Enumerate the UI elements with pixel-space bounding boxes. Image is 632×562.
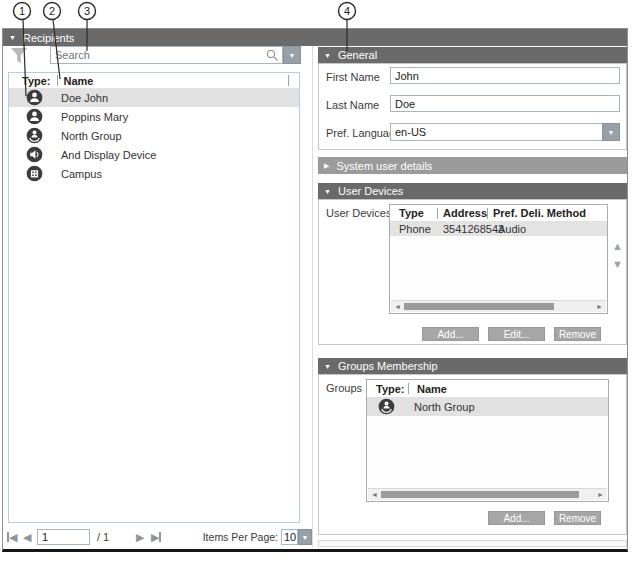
groups-label: Groups bbox=[326, 382, 362, 394]
page-number-input[interactable] bbox=[37, 529, 90, 545]
pref-language-select[interactable]: en-US bbox=[390, 123, 603, 141]
user-devices-section-title: User Devices bbox=[338, 185, 403, 197]
chevron-down-icon: ▼ bbox=[608, 129, 615, 136]
groups-table: Type: Name North Group ◄ ► bbox=[366, 379, 609, 502]
window-title: Recipients bbox=[23, 32, 74, 44]
list-item-poppins-mary[interactable]: Poppins Mary bbox=[9, 107, 299, 126]
remove-device-button[interactable]: Remove bbox=[554, 327, 601, 341]
filter-icon[interactable] bbox=[9, 46, 29, 66]
user-devices-label: User Devices bbox=[326, 207, 391, 219]
column-header-name[interactable]: Name bbox=[64, 75, 94, 87]
first-page-icon: ◀ bbox=[9, 531, 17, 543]
speaker-icon bbox=[26, 146, 43, 163]
device-address: 3541268543 bbox=[443, 223, 492, 235]
scroll-right-icon[interactable]: ► bbox=[596, 302, 603, 311]
system-user-details-header[interactable]: ▶ System user details bbox=[318, 157, 627, 174]
horizontal-scrollbar[interactable]: ◄ ► bbox=[368, 488, 607, 500]
previous-page-button[interactable]: ◀ bbox=[23, 531, 31, 543]
items-per-page-label: Items Per Page: bbox=[190, 531, 278, 543]
scroll-left-icon[interactable]: ◄ bbox=[394, 302, 401, 311]
items-per-page-dropdown-button[interactable]: ▼ bbox=[298, 529, 312, 545]
column-divider[interactable] bbox=[57, 75, 58, 86]
column-header-type[interactable]: Type bbox=[399, 207, 437, 219]
callout-number: 3 bbox=[84, 5, 90, 17]
collapse-icon: ▼ bbox=[324, 363, 331, 370]
list-item-label: And Display Device bbox=[61, 149, 156, 161]
group-icon bbox=[378, 398, 395, 415]
user-devices-section-header[interactable]: ▼ User Devices bbox=[318, 183, 627, 199]
search-input[interactable] bbox=[50, 46, 283, 64]
column-header-name[interactable]: Name bbox=[417, 383, 447, 395]
column-header-address[interactable]: Address bbox=[443, 207, 487, 219]
groups-membership-section-header[interactable]: ▼ Groups Membership bbox=[318, 358, 627, 374]
callout-circle-3 bbox=[79, 3, 96, 20]
horizontal-scrollbar[interactable]: ◄ ► bbox=[391, 300, 606, 312]
add-device-button[interactable]: Add... bbox=[422, 327, 479, 341]
move-up-button[interactable]: ▲ bbox=[612, 241, 623, 252]
next-page-button[interactable]: ▶ bbox=[136, 531, 144, 543]
groups-membership-section-title: Groups Membership bbox=[338, 360, 438, 372]
last-name-field[interactable] bbox=[390, 95, 620, 112]
previous-page-icon: ◀ bbox=[23, 531, 31, 543]
search-options-dropdown-button[interactable]: ▼ bbox=[283, 46, 301, 64]
callout-circle-4 bbox=[339, 3, 356, 20]
last-page-icon: ▶ bbox=[151, 531, 159, 543]
column-header-type[interactable]: Type: bbox=[376, 383, 408, 395]
collapse-icon: ▼ bbox=[324, 52, 331, 59]
scrollbar-thumb[interactable] bbox=[404, 303, 554, 310]
user-devices-table: Type Address Pref. Deli. Method Phone 35… bbox=[389, 204, 608, 314]
device-type: Phone bbox=[399, 223, 443, 235]
collapse-icon: ▼ bbox=[9, 34, 16, 41]
column-header-type[interactable]: Type: bbox=[22, 75, 51, 87]
collapsed-panel-strip bbox=[318, 540, 627, 547]
expand-icon: ▶ bbox=[324, 162, 329, 169]
add-group-button[interactable]: Add... bbox=[488, 511, 545, 525]
page-count-label: / 1 bbox=[97, 531, 109, 543]
group-name: North Group bbox=[414, 401, 475, 413]
last-name-label: Last Name bbox=[326, 99, 379, 111]
next-page-icon: ▶ bbox=[136, 531, 144, 543]
down-arrow-icon: ▼ bbox=[612, 258, 623, 270]
building-icon bbox=[26, 165, 43, 182]
scroll-left-icon[interactable]: ◄ bbox=[371, 490, 378, 499]
callout-number: 2 bbox=[49, 5, 55, 17]
list-item-campus[interactable]: Campus bbox=[9, 164, 299, 183]
list-item-label: North Group bbox=[61, 130, 122, 142]
callout-number: 1 bbox=[19, 5, 25, 17]
chevron-down-icon: ▼ bbox=[302, 534, 309, 541]
pref-language-dropdown-button[interactable]: ▼ bbox=[602, 123, 620, 141]
group-row-north-group[interactable]: North Group bbox=[367, 397, 608, 416]
collapse-icon: ▼ bbox=[324, 188, 331, 195]
first-name-label: First Name bbox=[326, 71, 380, 83]
user-icon bbox=[26, 108, 43, 125]
recipients-list-header: Type: Name bbox=[9, 73, 299, 88]
list-item-label: Doe John bbox=[61, 92, 108, 104]
edit-device-button[interactable]: Edit... bbox=[488, 327, 545, 341]
system-user-details-title: System user details bbox=[336, 160, 432, 172]
callout-circle-2 bbox=[44, 3, 61, 20]
list-item-and-display-device[interactable]: And Display Device bbox=[9, 145, 299, 164]
recipients-screen: 1 2 3 4 ▼ Recipients ▼ Type: Name Doe Jo… bbox=[0, 0, 632, 562]
device-method: Audio bbox=[498, 223, 526, 235]
up-arrow-icon: ▲ bbox=[612, 240, 623, 252]
last-page-button[interactable]: ▶ bbox=[151, 531, 161, 543]
column-divider[interactable] bbox=[288, 75, 289, 86]
user-icon bbox=[26, 89, 43, 106]
scroll-right-icon[interactable]: ► bbox=[597, 490, 604, 499]
scrollbar-thumb[interactable] bbox=[381, 491, 579, 498]
general-section-title: General bbox=[338, 49, 377, 61]
remove-group-button[interactable]: Remove bbox=[554, 511, 601, 525]
search-icon bbox=[266, 49, 279, 62]
chevron-down-icon: ▼ bbox=[289, 52, 296, 59]
move-down-button[interactable]: ▼ bbox=[612, 259, 623, 270]
panel-splitter bbox=[312, 46, 313, 547]
list-item-doe-john[interactable]: Doe John bbox=[9, 88, 299, 107]
list-item-north-group[interactable]: North Group bbox=[9, 126, 299, 145]
column-header-method[interactable]: Pref. Deli. Method bbox=[493, 207, 586, 219]
general-section-header[interactable]: ▼ General bbox=[318, 47, 627, 63]
device-row-phone[interactable]: Phone 3541268543 Audio bbox=[390, 221, 607, 236]
first-page-button[interactable]: ◀ bbox=[7, 531, 17, 543]
callout-number: 4 bbox=[344, 5, 350, 17]
first-name-field[interactable] bbox=[390, 67, 620, 84]
recipients-header[interactable]: ▼ Recipients bbox=[3, 29, 627, 46]
